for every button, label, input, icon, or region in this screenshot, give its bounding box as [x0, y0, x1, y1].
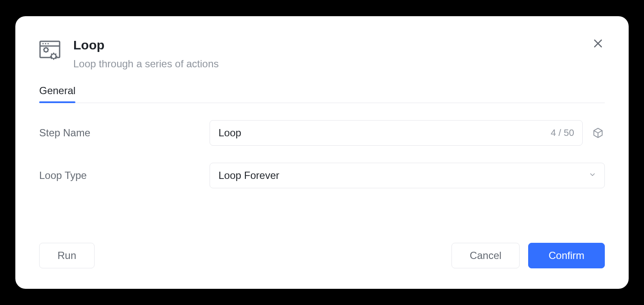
modal-header: Loop Loop through a series of actions — [39, 37, 605, 71]
step-name-control: 4 / 50 — [210, 120, 605, 146]
loop-type-row: Loop Type Loop Forever — [39, 163, 605, 188]
svg-point-2 — [42, 43, 43, 44]
loop-type-label: Loop Type — [39, 170, 210, 181]
tabs: General — [39, 85, 605, 103]
form: Step Name 4 / 50 Loop Type — [39, 120, 605, 243]
cube-icon — [592, 127, 604, 138]
loop-config-icon — [39, 39, 63, 63]
header-text: Loop Loop through a series of actions — [73, 37, 605, 71]
svg-line-21 — [51, 58, 52, 59]
modal-footer: Run Cancel Confirm — [39, 243, 605, 268]
tab-general[interactable]: General — [39, 85, 75, 103]
svg-point-5 — [44, 48, 48, 52]
svg-point-3 — [45, 43, 46, 44]
loop-config-modal: Loop Loop through a series of actions Ge… — [15, 16, 629, 289]
loop-type-value: Loop Forever — [218, 170, 279, 181]
svg-line-12 — [44, 51, 45, 52]
svg-point-4 — [47, 43, 49, 44]
step-name-row: Step Name 4 / 50 — [39, 120, 605, 146]
close-icon — [593, 38, 603, 49]
loop-type-control: Loop Forever — [210, 163, 605, 188]
step-name-label: Step Name — [39, 127, 210, 139]
variable-picker-button[interactable] — [591, 126, 605, 140]
footer-right: Cancel Confirm — [451, 243, 605, 268]
svg-line-19 — [51, 54, 52, 55]
loop-type-select-wrapper: Loop Forever — [210, 163, 605, 188]
cancel-button[interactable]: Cancel — [451, 243, 520, 268]
close-button[interactable] — [591, 37, 605, 50]
step-name-input[interactable] — [210, 120, 583, 146]
loop-type-select[interactable]: Loop Forever — [210, 163, 605, 188]
svg-line-10 — [44, 48, 45, 49]
svg-point-14 — [52, 54, 56, 59]
step-name-input-wrapper: 4 / 50 — [210, 120, 583, 146]
svg-line-20 — [55, 58, 56, 59]
svg-line-11 — [47, 51, 48, 52]
confirm-button[interactable]: Confirm — [528, 243, 605, 268]
run-button[interactable]: Run — [39, 243, 95, 268]
modal-subtitle: Loop through a series of actions — [73, 57, 605, 71]
modal-title: Loop — [73, 37, 605, 53]
svg-line-13 — [47, 48, 48, 49]
svg-line-22 — [55, 54, 56, 55]
